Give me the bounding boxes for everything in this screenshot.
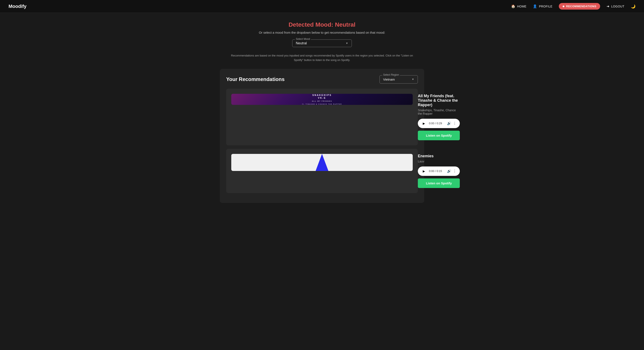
main-content: Detected Mood: Neutral Or select a mood …: [216, 13, 428, 211]
more-icon-2[interactable]: ⋮: [453, 169, 456, 173]
region-select-label: Select Region: [382, 73, 400, 76]
home-icon: 🏠: [511, 4, 516, 8]
mood-header: Detected Mood: Neutral Or select a mood …: [220, 21, 424, 47]
profile-link[interactable]: 👤 PROFILE: [533, 4, 552, 8]
audio-controls-right-2: 🔊 ⋮: [447, 169, 456, 173]
home-link[interactable]: 🏠 HOME: [511, 4, 527, 8]
audio-time-1: 0:00 / 0:29: [429, 122, 442, 125]
song-title-2: Enemies: [418, 154, 460, 158]
current-time-1: 0:00: [429, 122, 434, 125]
mood-select[interactable]: Select Mood Neutral ▼: [292, 40, 352, 47]
song-artist-2: Lauv: [418, 160, 460, 163]
song-info-1: All My Friends (feat. Tinashe & Chance t…: [418, 94, 460, 140]
region-select[interactable]: Select Region Vietnam ▼: [380, 75, 418, 84]
song-album-art-1: SNAKEHIPSVK-E ALL MY FRIENDS ft. TINASHE…: [231, 94, 413, 105]
recommendations-label: RECOMMENDATIONS: [566, 5, 596, 8]
snakehips-sub-text: ALL MY FRIENDS: [302, 100, 342, 102]
song-card-1: SNAKEHIPSVK-E ALL MY FRIENDS ft. TINASHE…: [226, 89, 418, 145]
home-label: HOME: [517, 5, 526, 8]
logout-label: LOGOUT: [611, 5, 624, 8]
region-select-value[interactable]: Vietnam ▼: [383, 78, 414, 81]
logout-link[interactable]: ➜ LOGOUT: [606, 4, 624, 8]
profile-icon: 👤: [533, 4, 537, 8]
audio-player-1: ▶ 0:00 / 0:29 🔊 ⋮: [418, 119, 460, 128]
recommendations-header: Your Recommendations Select Region Vietn…: [226, 75, 418, 84]
detected-label: Detected Mood:: [288, 21, 333, 28]
volume-icon-1[interactable]: 🔊: [447, 121, 451, 125]
profile-label: PROFILE: [539, 5, 552, 8]
brand-logo: Moodify: [8, 4, 26, 9]
audio-controls-right-1: 🔊 ⋮: [447, 121, 456, 125]
nav-links: 🏠 HOME 👤 PROFILE RECOMMENDATIONS ➜ LOGOU…: [511, 3, 636, 10]
mood-select-value[interactable]: Neutral ▼: [296, 41, 348, 45]
region-dropdown-arrow: ▼: [412, 78, 414, 81]
audio-time-2: 0:00 / 0:15: [429, 169, 442, 173]
recommendations-section: Your Recommendations Select Region Vietn…: [220, 69, 424, 203]
recommendations-button[interactable]: RECOMMENDATIONS: [559, 3, 600, 10]
recommendations-dot: [563, 6, 564, 7]
play-button-1[interactable]: ▶: [421, 121, 426, 126]
volume-icon-2[interactable]: 🔊: [447, 169, 451, 173]
logout-icon: ➜: [606, 4, 610, 8]
snakehips-main-text: SNAKEHIPSVK-E: [302, 94, 342, 99]
more-icon-1[interactable]: ⋮: [453, 121, 456, 125]
lauv-triangle: [316, 154, 328, 171]
detected-mood-value: Neutral: [335, 21, 356, 28]
snakehips-bottom-text: ft. TINASHE & CHANCE THE RAPPER: [302, 103, 342, 105]
current-time-2: 0:00: [429, 169, 434, 173]
spotify-button-1[interactable]: Listen on Spotify: [418, 131, 460, 140]
snakehips-art-content: SNAKEHIPSVK-E ALL MY FRIENDS ft. TINASHE…: [302, 94, 342, 105]
song-info-2: Enemies Lauv ▶ 0:00 / 0:15 🔊 ⋮: [418, 154, 460, 188]
play-button-2[interactable]: ▶: [421, 169, 426, 174]
mood-dropdown-arrow: ▼: [346, 42, 348, 45]
mood-select-container: Select Mood Neutral ▼: [220, 40, 424, 47]
mood-subtitle: Or select a mood from the dropdown below…: [220, 31, 424, 34]
song-album-art-2: [231, 154, 413, 171]
song-title-1: All My Friends (feat. Tinashe & Chance t…: [418, 94, 460, 107]
detected-mood-heading: Detected Mood: Neutral: [220, 21, 424, 28]
mood-select-label: Select Mood: [295, 38, 311, 41]
total-time-2: 0:15: [436, 169, 442, 173]
dark-mode-toggle[interactable]: 🌙: [631, 4, 636, 9]
audio-player-2: ▶ 0:00 / 0:15 🔊 ⋮: [418, 166, 460, 176]
song-card-2: Enemies Lauv ▶ 0:00 / 0:15 🔊 ⋮: [226, 149, 418, 193]
disclaimer-text: Recommendations are based on the mood yo…: [226, 54, 418, 63]
navbar: Moodify 🏠 HOME 👤 PROFILE RECOMMENDATIONS…: [0, 0, 644, 13]
spotify-button-2[interactable]: Listen on Spotify: [418, 178, 460, 188]
recommendations-title: Your Recommendations: [226, 76, 284, 82]
total-time-1: 0:29: [436, 122, 442, 125]
song-artist-1: Snakehips, Tinashe, Chance the Rapper: [418, 109, 460, 115]
mood-selected-option: Neutral: [296, 41, 307, 45]
region-selected-option: Vietnam: [383, 78, 395, 81]
